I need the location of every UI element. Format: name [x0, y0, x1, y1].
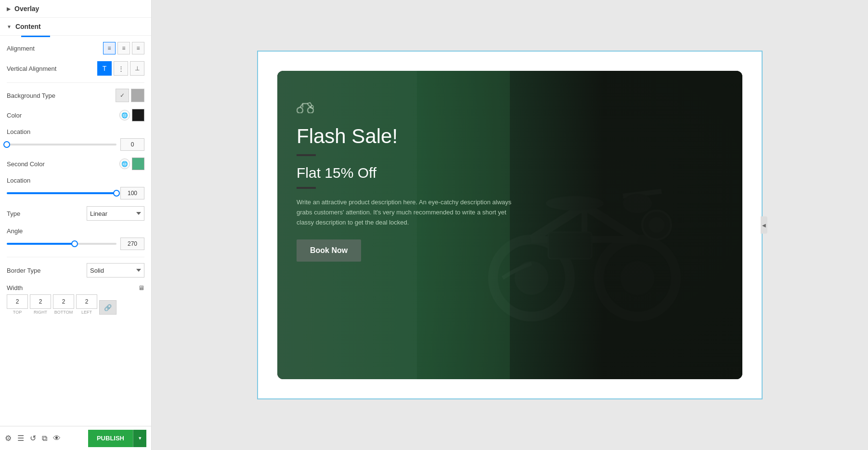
color-row: Color 🌐 [7, 109, 144, 121]
second-color-label: Second Color [7, 160, 119, 168]
alignment-widgets: ≡ ≡ ≡ [103, 42, 144, 54]
overlay-arrow: ▶ [7, 6, 11, 12]
alignment-row: Alignment ≡ ≡ ≡ [7, 42, 144, 54]
toolbar-left: ⚙ ☰ ↺ ⧉ 👁 [5, 434, 61, 443]
location1-slider-track[interactable] [7, 144, 117, 146]
background-type-row: Background Type ✓ [7, 89, 144, 102]
monitor-icon: 🖥 [138, 284, 144, 291]
width-top-input[interactable] [7, 294, 28, 309]
width-label: Width [7, 284, 136, 291]
width-right-label: RIGHT [34, 310, 47, 315]
panel-body: Alignment ≡ ≡ ≡ Vertical Alignment T ⋮ ⊥… [0, 37, 151, 426]
valign-top-button[interactable]: T [97, 61, 112, 76]
width-bottom-input[interactable] [53, 294, 74, 309]
banner-icon [297, 100, 518, 117]
overlay-section-header[interactable]: ▶ Overlay [0, 0, 151, 18]
divider2 [7, 257, 144, 257]
align-right-button[interactable]: ≡ [132, 42, 144, 54]
layers-icon[interactable]: ☰ [17, 434, 24, 443]
banner-title: Flash Sale! [297, 124, 518, 148]
settings-icon[interactable]: ⚙ [5, 434, 12, 443]
angle-label: Angle [7, 227, 144, 235]
publish-arrow-button[interactable]: ▾ [133, 430, 146, 447]
location2-slider-fill [7, 192, 117, 194]
book-now-button[interactable]: Book Now [297, 239, 361, 262]
eye-icon[interactable]: 👁 [53, 434, 61, 443]
width-right-input[interactable] [30, 294, 51, 309]
vertical-alignment-row: Vertical Alignment T ⋮ ⊥ [7, 61, 144, 76]
align-left-button[interactable]: ≡ [103, 42, 116, 54]
vertical-alignment-label: Vertical Alignment [7, 65, 97, 72]
width-top-label: TOP [13, 310, 22, 315]
width-left-label: LEFT [81, 310, 92, 315]
location1-label: Location [7, 128, 144, 135]
width-link-button[interactable]: 🔗 [99, 300, 117, 315]
type-row: Type Linear Radial [7, 206, 144, 221]
divider1 [7, 82, 144, 83]
color-swatch[interactable] [132, 109, 144, 121]
angle-slider-fill [7, 243, 75, 245]
valign-bottom-button[interactable]: ⊥ [130, 61, 144, 76]
align-center-button[interactable]: ≡ [117, 42, 130, 54]
bg-type-classic-button[interactable]: ✓ [116, 89, 129, 102]
bottom-toolbar: ⚙ ☰ ↺ ⧉ 👁 PUBLISH ▾ [0, 426, 151, 450]
width-section: Width 🖥 TOP RIGHT BOTTOM LEFT [7, 284, 144, 315]
angle-slider-track[interactable] [7, 243, 117, 245]
angle-slider-thumb[interactable] [71, 240, 78, 247]
width-inputs: TOP RIGHT BOTTOM LEFT 🔗 [7, 294, 144, 315]
banner-content-overlay: Flash Sale! Flat 15% Off Write an attrac… [277, 71, 742, 379]
angle-value-input[interactable] [120, 238, 144, 250]
location1-slider-thumb[interactable] [3, 141, 10, 148]
content-section-header[interactable]: ▼ Content [0, 18, 151, 36]
border-type-row: Border Type Solid None Dashed Dotted Dou… [7, 263, 144, 278]
type-widgets: Linear Radial [87, 206, 144, 221]
toolbar-right: PUBLISH ▾ [88, 430, 146, 447]
width-left-box: LEFT [76, 294, 97, 315]
banner-subtitle: Flat 15% Off [297, 165, 518, 181]
overlay-label: Overlay [14, 5, 39, 13]
background-type-label: Background Type [7, 92, 116, 99]
content-arrow: ▼ [7, 24, 12, 29]
banner-divider1 [297, 154, 316, 156]
bg-type-gradient-button[interactable] [131, 89, 144, 102]
svg-point-14 [297, 107, 303, 113]
main-content: ◀ [152, 0, 868, 450]
second-color-swatch[interactable] [132, 158, 144, 170]
location1-slider-container [7, 138, 144, 151]
location2-slider-container [7, 187, 144, 199]
location2-value-input[interactable] [120, 187, 144, 199]
background-type-widgets: ✓ [116, 89, 144, 102]
angle-row: Angle [7, 227, 144, 250]
location2-row: Location [7, 177, 144, 199]
location2-slider-track[interactable] [7, 192, 117, 194]
second-color-widgets: 🌐 [119, 158, 144, 170]
width-label-row: Width 🖥 [7, 284, 144, 291]
border-type-label: Border Type [7, 267, 87, 274]
history-icon[interactable]: ↺ [30, 434, 36, 443]
border-type-widgets: Solid None Dashed Dotted Double [87, 263, 144, 278]
type-select[interactable]: Linear Radial [87, 206, 144, 221]
width-top-box: TOP [7, 294, 28, 315]
width-bottom-box: BOTTOM [53, 294, 74, 315]
canvas-wrapper: ◀ [257, 51, 763, 399]
banner-description: Write an attractive product description … [297, 198, 518, 227]
second-color-global-icon[interactable]: 🌐 [119, 159, 130, 169]
banner-card: Flash Sale! Flat 15% Off Write an attrac… [277, 71, 742, 379]
location1-value-input[interactable] [120, 138, 144, 151]
angle-slider-container [7, 238, 144, 250]
color-global-icon[interactable]: 🌐 [119, 110, 130, 120]
publish-button[interactable]: PUBLISH [88, 430, 133, 447]
location2-slider-thumb[interactable] [113, 190, 120, 197]
banner-content: Flash Sale! Flat 15% Off Write an attrac… [297, 100, 518, 262]
border-type-select[interactable]: Solid None Dashed Dotted Double [87, 263, 144, 278]
valign-middle-button[interactable]: ⋮ [114, 61, 128, 76]
color-widgets: 🌐 [119, 109, 144, 121]
alignment-label: Alignment [7, 45, 103, 52]
collapse-handle[interactable]: ◀ [761, 216, 767, 234]
responsive-icon[interactable]: ⧉ [42, 434, 47, 443]
location2-label: Location [7, 177, 144, 184]
type-label: Type [7, 210, 87, 217]
left-panel: ▶ Overlay ▼ Content Alignment ≡ ≡ ≡ Vert… [0, 0, 152, 450]
width-bottom-label: BOTTOM [54, 310, 73, 315]
width-left-input[interactable] [76, 294, 97, 309]
